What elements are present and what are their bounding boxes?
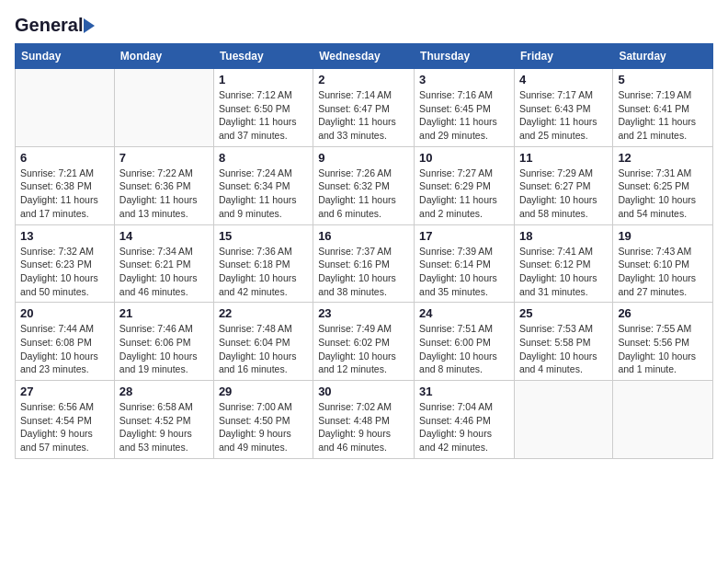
cell-content: Sunrise: 6:56 AMSunset: 4:54 PMDaylight:…	[20, 400, 109, 454]
cell-content: Sunrise: 7:36 AMSunset: 6:18 PMDaylight:…	[219, 245, 308, 299]
day-number: 25	[519, 306, 608, 320]
day-number: 27	[20, 385, 109, 398]
calendar-cell: 21Sunrise: 7:46 AMSunset: 6:06 PMDayligh…	[114, 303, 213, 381]
calendar-cell: 8Sunrise: 7:24 AMSunset: 6:34 PMDaylight…	[213, 146, 313, 224]
calendar-cell: 28Sunrise: 6:58 AMSunset: 4:52 PMDayligh…	[114, 381, 213, 459]
day-number: 20	[20, 306, 109, 320]
week-row-5: 27Sunrise: 6:56 AMSunset: 4:54 PMDayligh…	[16, 381, 713, 459]
cell-content: Sunrise: 7:26 AMSunset: 6:32 PMDaylight:…	[318, 167, 409, 221]
calendar-cell	[114, 69, 213, 147]
calendar-cell: 7Sunrise: 7:22 AMSunset: 6:36 PMDaylight…	[114, 146, 213, 224]
cell-content: Sunrise: 7:39 AMSunset: 6:14 PMDaylight:…	[419, 245, 509, 299]
calendar-cell	[16, 69, 115, 147]
day-number: 22	[219, 306, 308, 320]
calendar-cell: 23Sunrise: 7:49 AMSunset: 6:02 PMDayligh…	[313, 303, 415, 381]
cell-content: Sunrise: 7:19 AMSunset: 6:41 PMDaylight:…	[618, 88, 708, 143]
calendar-cell: 24Sunrise: 7:51 AMSunset: 6:00 PMDayligh…	[415, 303, 515, 381]
day-number: 4	[519, 73, 608, 86]
cell-content: Sunrise: 7:00 AMSunset: 4:50 PMDaylight:…	[219, 400, 308, 454]
cell-content: Sunrise: 7:44 AMSunset: 6:08 PMDaylight:…	[20, 322, 109, 376]
cell-content: Sunrise: 7:12 AMSunset: 6:50 PMDaylight:…	[219, 88, 308, 143]
day-number: 19	[618, 229, 708, 243]
cell-content: Sunrise: 7:24 AMSunset: 6:34 PMDaylight:…	[219, 167, 308, 221]
week-row-1: 1Sunrise: 7:12 AMSunset: 6:50 PMDaylight…	[16, 69, 713, 147]
week-row-3: 13Sunrise: 7:32 AMSunset: 6:23 PMDayligh…	[16, 224, 713, 303]
day-number: 7	[119, 151, 209, 165]
day-number: 12	[618, 151, 708, 165]
calendar-cell: 1Sunrise: 7:12 AMSunset: 6:50 PMDaylight…	[213, 69, 313, 147]
day-number: 2	[318, 73, 409, 86]
day-number: 3	[419, 73, 509, 86]
calendar-cell	[613, 381, 713, 459]
week-row-4: 20Sunrise: 7:44 AMSunset: 6:08 PMDayligh…	[16, 303, 713, 381]
day-number: 18	[519, 229, 608, 243]
calendar-cell: 10Sunrise: 7:27 AMSunset: 6:29 PMDayligh…	[415, 146, 515, 224]
calendar-cell: 16Sunrise: 7:37 AMSunset: 6:16 PMDayligh…	[313, 224, 415, 303]
day-number: 16	[318, 229, 409, 243]
cell-content: Sunrise: 7:43 AMSunset: 6:10 PMDaylight:…	[618, 245, 708, 299]
calendar-cell: 6Sunrise: 7:21 AMSunset: 6:38 PMDaylight…	[16, 146, 115, 224]
cell-content: Sunrise: 7:31 AMSunset: 6:25 PMDaylight:…	[618, 167, 708, 221]
calendar-cell: 31Sunrise: 7:04 AMSunset: 4:46 PMDayligh…	[415, 381, 515, 459]
day-number: 14	[119, 229, 209, 243]
cell-content: Sunrise: 7:29 AMSunset: 6:27 PMDaylight:…	[519, 167, 608, 221]
logo-general: General	[15, 15, 83, 36]
cell-content: Sunrise: 7:04 AMSunset: 4:46 PMDaylight:…	[419, 400, 509, 454]
calendar-cell: 12Sunrise: 7:31 AMSunset: 6:25 PMDayligh…	[613, 146, 713, 224]
day-number: 13	[20, 229, 109, 243]
calendar-cell: 25Sunrise: 7:53 AMSunset: 5:58 PMDayligh…	[514, 303, 612, 381]
cell-content: Sunrise: 7:41 AMSunset: 6:12 PMDaylight:…	[519, 245, 608, 299]
calendar-cell: 17Sunrise: 7:39 AMSunset: 6:14 PMDayligh…	[415, 224, 515, 303]
day-number: 28	[119, 385, 209, 398]
cell-content: Sunrise: 7:51 AMSunset: 6:00 PMDaylight:…	[419, 322, 509, 376]
day-number: 1	[219, 73, 308, 86]
page-header: General	[15, 15, 713, 36]
calendar-cell: 2Sunrise: 7:14 AMSunset: 6:47 PMDaylight…	[313, 69, 415, 147]
calendar-cell: 22Sunrise: 7:48 AMSunset: 6:04 PMDayligh…	[213, 303, 313, 381]
day-number: 11	[519, 151, 608, 165]
cell-content: Sunrise: 7:46 AMSunset: 6:06 PMDaylight:…	[119, 322, 209, 376]
cell-content: Sunrise: 7:53 AMSunset: 5:58 PMDaylight:…	[519, 322, 608, 376]
calendar-cell: 11Sunrise: 7:29 AMSunset: 6:27 PMDayligh…	[514, 146, 612, 224]
cell-content: Sunrise: 7:16 AMSunset: 6:45 PMDaylight:…	[419, 88, 509, 143]
calendar-cell: 18Sunrise: 7:41 AMSunset: 6:12 PMDayligh…	[514, 224, 612, 303]
cell-content: Sunrise: 7:34 AMSunset: 6:21 PMDaylight:…	[119, 245, 209, 299]
cell-content: Sunrise: 7:49 AMSunset: 6:02 PMDaylight:…	[318, 322, 409, 376]
cell-content: Sunrise: 7:27 AMSunset: 6:29 PMDaylight:…	[419, 167, 509, 221]
calendar-cell: 20Sunrise: 7:44 AMSunset: 6:08 PMDayligh…	[16, 303, 115, 381]
logo: General	[15, 15, 95, 36]
calendar-cell: 27Sunrise: 6:56 AMSunset: 4:54 PMDayligh…	[16, 381, 115, 459]
calendar-cell: 3Sunrise: 7:16 AMSunset: 6:45 PMDaylight…	[415, 69, 515, 147]
calendar-table: SundayMondayTuesdayWednesdayThursdayFrid…	[15, 43, 713, 459]
day-number: 9	[318, 151, 409, 165]
cell-content: Sunrise: 7:17 AMSunset: 6:43 PMDaylight:…	[519, 88, 608, 143]
cell-content: Sunrise: 7:55 AMSunset: 5:56 PMDaylight:…	[618, 322, 708, 376]
header-sunday: Sunday	[16, 44, 115, 69]
calendar-cell: 19Sunrise: 7:43 AMSunset: 6:10 PMDayligh…	[613, 224, 713, 303]
calendar-cell: 26Sunrise: 7:55 AMSunset: 5:56 PMDayligh…	[613, 303, 713, 381]
day-number: 23	[318, 306, 409, 320]
day-number: 15	[219, 229, 308, 243]
header-saturday: Saturday	[613, 44, 713, 69]
header-thursday: Thursday	[415, 44, 515, 69]
calendar-cell	[514, 381, 612, 459]
day-number: 31	[419, 385, 509, 398]
calendar-cell: 30Sunrise: 7:02 AMSunset: 4:48 PMDayligh…	[313, 381, 415, 459]
calendar-cell: 14Sunrise: 7:34 AMSunset: 6:21 PMDayligh…	[114, 224, 213, 303]
day-number: 8	[219, 151, 308, 165]
cell-content: Sunrise: 7:48 AMSunset: 6:04 PMDaylight:…	[219, 322, 308, 376]
cell-content: Sunrise: 7:32 AMSunset: 6:23 PMDaylight:…	[20, 245, 109, 299]
cell-content: Sunrise: 7:22 AMSunset: 6:36 PMDaylight:…	[119, 167, 209, 221]
day-number: 10	[419, 151, 509, 165]
header-tuesday: Tuesday	[213, 44, 313, 69]
calendar-cell: 13Sunrise: 7:32 AMSunset: 6:23 PMDayligh…	[16, 224, 115, 303]
day-number: 17	[419, 229, 509, 243]
calendar-cell: 29Sunrise: 7:00 AMSunset: 4:50 PMDayligh…	[213, 381, 313, 459]
cell-content: Sunrise: 7:37 AMSunset: 6:16 PMDaylight:…	[318, 245, 409, 299]
calendar-cell: 15Sunrise: 7:36 AMSunset: 6:18 PMDayligh…	[213, 224, 313, 303]
day-number: 5	[618, 73, 708, 86]
cell-content: Sunrise: 7:21 AMSunset: 6:38 PMDaylight:…	[20, 167, 109, 221]
header-wednesday: Wednesday	[313, 44, 415, 69]
logo-arrow-icon	[84, 18, 95, 33]
day-number: 30	[318, 385, 409, 398]
